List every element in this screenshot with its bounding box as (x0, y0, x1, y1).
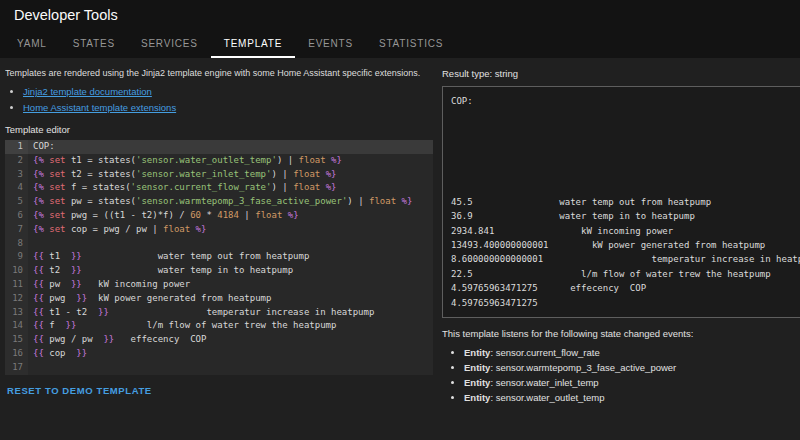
line-number: 14 (5, 319, 28, 333)
code-line-text: {{ t1 }} water temp out from heatpump (28, 250, 433, 264)
reset-template-button[interactable]: RESET TO DEMO TEMPLATE (7, 385, 152, 396)
code-line[interactable]: 4{% set f = states('sensor.current_flow_… (5, 181, 433, 195)
line-number: 2 (5, 154, 28, 168)
code-line[interactable]: 17 (5, 361, 433, 375)
code-line-text: {{ cop }} (28, 347, 433, 361)
code-line-text: {% set pw = states('sensor.warmtepomp_3_… (28, 195, 433, 209)
code-line[interactable]: 7{% set cop = pwg / pw | float %} (5, 223, 433, 237)
line-number: 6 (5, 209, 28, 223)
doc-links: Jinja2 template documentationHome Assist… (23, 84, 432, 116)
line-number: 5 (5, 195, 28, 209)
code-line[interactable]: 6{% set pwg = ((t1 - t2)*f) / 60 * 4184 … (5, 209, 433, 223)
code-line[interactable]: 1COP: (5, 140, 433, 154)
entity-item: Entity: sensor.current_flow_rate (464, 345, 800, 360)
entity-list: Entity: sensor.current_flow_rateEntity: … (464, 345, 800, 405)
code-line[interactable]: 10{{ t2 }} water temp in to heatpump (5, 264, 433, 278)
result-output: COP: 45.5 water temp out from heatpump 3… (442, 86, 800, 318)
line-number: 16 (5, 347, 28, 361)
code-line[interactable]: 8 (5, 237, 433, 251)
code-line-text: {% set pwg = ((t1 - t2)*f) / 60 * 4184 |… (28, 209, 433, 223)
line-number: 12 (5, 292, 28, 306)
code-line[interactable]: 2{% set t1 = states('sensor.water_outlet… (5, 154, 433, 168)
code-line-text: {{ t1 - t2 }} temperatur increase in hea… (28, 306, 433, 320)
result-panel: Result type: string COP: 45.5 water temp… (436, 58, 800, 440)
content: Templates are rendered using the Jinja2 … (0, 58, 800, 440)
code-line[interactable]: 11{{ pw }} kW incoming power (5, 278, 433, 292)
entity-label: Entity (464, 347, 490, 358)
tab-yaml[interactable]: YAML (4, 30, 60, 58)
tab-states[interactable]: STATES (60, 30, 128, 58)
template-editor[interactable]: 1COP:2{% set t1 = states('sensor.water_o… (5, 140, 433, 375)
code-line[interactable]: 9{{ t1 }} water temp out from heatpump (5, 250, 433, 264)
app-header: Developer Tools (0, 0, 800, 30)
code-line-text (28, 237, 433, 251)
line-number: 13 (5, 306, 28, 320)
intro-text: Templates are rendered using the Jinja2 … (5, 68, 432, 78)
line-number: 8 (5, 237, 28, 251)
entity-item: Entity: sensor.warmtepomp_3_fase_active_… (464, 360, 800, 375)
code-line-text: COP: (28, 140, 433, 154)
app: Developer Tools YAMLSTATESSERVICESTEMPLA… (0, 0, 800, 440)
line-number: 9 (5, 250, 28, 264)
tab-events[interactable]: EVENTS (295, 30, 366, 58)
code-line[interactable]: 15{{ pwg / pw }} effecency COP (5, 333, 433, 347)
result-type-label: Result type: string (442, 68, 800, 79)
line-number: 3 (5, 168, 28, 182)
code-line-text: {{ pw }} kW incoming power (28, 278, 433, 292)
entity-item: Entity: sensor.water_inlet_temp (464, 375, 800, 390)
code-line[interactable]: 13{{ t1 - t2 }} temperatur increase in h… (5, 306, 433, 320)
entity-item: Entity: sensor.water_outlet_temp (464, 390, 800, 405)
tab-services[interactable]: SERVICES (128, 30, 211, 58)
code-line-text: {% set t2 = states('sensor.water_inlet_t… (28, 168, 433, 182)
editor-label: Template editor (5, 124, 432, 135)
code-line[interactable]: 5{% set pw = states('sensor.warmtepomp_3… (5, 195, 433, 209)
tab-bar: YAMLSTATESSERVICESTEMPLATEEVENTSSTATISTI… (0, 30, 800, 58)
tab-statistics[interactable]: STATISTICS (366, 30, 456, 58)
doc-link[interactable]: Home Assistant template extensions (23, 102, 176, 113)
line-number: 17 (5, 361, 28, 375)
tab-template[interactable]: TEMPLATE (211, 30, 295, 58)
line-number: 11 (5, 278, 28, 292)
line-number: 10 (5, 264, 28, 278)
code-line-text: {{ pwg }} kW power generated from heatpu… (28, 292, 433, 306)
doc-link[interactable]: Jinja2 template documentation (23, 86, 152, 97)
code-line-text: {% set f = states('sensor.current_flow_r… (28, 181, 433, 195)
entity-label: Entity (464, 377, 490, 388)
code-line[interactable]: 14{{ f }} l/m flow of water trew the hea… (5, 319, 433, 333)
code-line-text: {{ t2 }} water temp in to heatpump (28, 264, 433, 278)
code-line-text: {{ f }} l/m flow of water trew the heatp… (28, 319, 433, 333)
line-number: 4 (5, 181, 28, 195)
listens-heading: This template listens for the following … (442, 328, 800, 339)
line-number: 7 (5, 223, 28, 237)
template-panel: Templates are rendered using the Jinja2 … (0, 58, 436, 440)
code-line[interactable]: 3{% set t2 = states('sensor.water_inlet_… (5, 168, 433, 182)
code-line-text: {% set t1 = states('sensor.water_outlet_… (28, 154, 433, 168)
doc-link-item: Home Assistant template extensions (23, 100, 432, 116)
line-number: 1 (5, 140, 28, 154)
doc-link-item: Jinja2 template documentation (23, 84, 432, 100)
line-number: 15 (5, 333, 28, 347)
code-line-text: {{ pwg / pw }} effecency COP (28, 333, 433, 347)
code-line-text: {% set cop = pwg / pw | float %} (28, 223, 433, 237)
code-line[interactable]: 12{{ pwg }} kW power generated from heat… (5, 292, 433, 306)
code-line[interactable]: 16{{ cop }} (5, 347, 433, 361)
entity-label: Entity (464, 392, 490, 403)
page-title: Developer Tools (14, 7, 118, 23)
entity-label: Entity (464, 362, 490, 373)
code-line-text (28, 361, 433, 375)
